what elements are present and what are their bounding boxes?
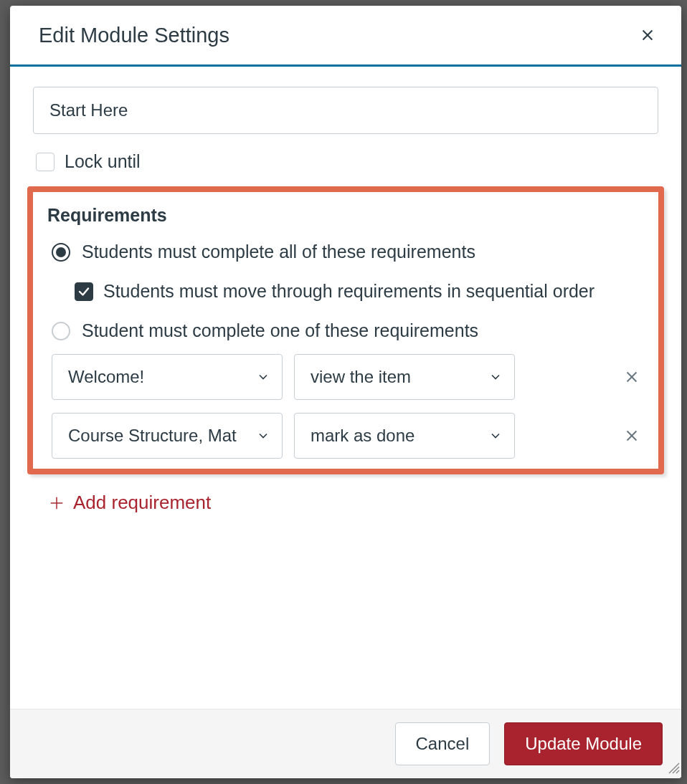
cancel-button[interactable]: Cancel [395, 722, 491, 765]
add-requirement-label: Add requirement [73, 492, 211, 514]
lock-until-label: Lock until [65, 151, 141, 172]
requirement-action-select[interactable]: mark as done [294, 413, 515, 459]
modal-title: Edit Module Settings [39, 24, 229, 47]
radio-all[interactable] [52, 243, 70, 262]
remove-requirement-button[interactable] [620, 365, 644, 389]
svg-line-10 [676, 770, 679, 773]
requirement-option-one[interactable]: Student must complete one of these requi… [47, 320, 644, 341]
lock-until-row[interactable]: Lock until [33, 151, 658, 172]
chevron-down-icon [488, 429, 503, 443]
resize-grip-icon[interactable] [667, 761, 680, 777]
chevron-down-icon [256, 429, 270, 443]
check-icon [77, 285, 90, 298]
requirement-row: Welcome! view the item [47, 354, 644, 400]
add-requirement-button[interactable]: Add requirement [49, 492, 211, 514]
modal-body: Lock until Requirements Students must co… [10, 64, 681, 709]
radio-one-label: Student must complete one of these requi… [82, 320, 478, 341]
requirement-item-select[interactable]: Welcome! [52, 354, 283, 400]
chevron-down-icon [488, 370, 503, 384]
modal-header: Edit Module Settings [10, 6, 681, 64]
select-value: Course Structure, Mat [68, 426, 237, 446]
plus-icon [49, 495, 65, 511]
radio-all-label: Students must complete all of these requ… [82, 242, 475, 262]
requirement-option-all[interactable]: Students must complete all of these requ… [47, 242, 644, 262]
close-icon [624, 369, 640, 385]
remove-requirement-button[interactable] [620, 424, 644, 448]
select-value: Welcome! [68, 367, 144, 387]
lock-until-checkbox[interactable] [36, 153, 55, 171]
select-value: view the item [311, 367, 411, 387]
sequential-order-label: Students must move through requirements … [103, 281, 594, 302]
requirement-action-select[interactable]: view the item [294, 354, 515, 400]
requirement-row: Course Structure, Mat mark as done [47, 413, 644, 459]
sequential-order-row[interactable]: Students must move through requirements … [47, 281, 644, 302]
requirement-item-select[interactable]: Course Structure, Mat [52, 413, 283, 459]
module-name-input[interactable] [33, 87, 658, 134]
requirements-heading: Requirements [47, 205, 644, 226]
radio-one[interactable] [52, 322, 70, 340]
close-button[interactable] [635, 23, 660, 47]
update-module-button[interactable]: Update Module [504, 722, 663, 765]
requirements-highlight: Requirements Students must complete all … [27, 186, 664, 474]
modal-footer: Cancel Update Module [10, 709, 681, 778]
sequential-order-checkbox[interactable] [75, 282, 93, 301]
select-value: mark as done [311, 426, 414, 446]
edit-module-settings-modal: Edit Module Settings Lock until Requirem… [10, 6, 681, 778]
chevron-down-icon [256, 370, 270, 384]
close-icon [624, 428, 640, 444]
svg-line-9 [673, 767, 679, 773]
close-icon [640, 27, 655, 43]
